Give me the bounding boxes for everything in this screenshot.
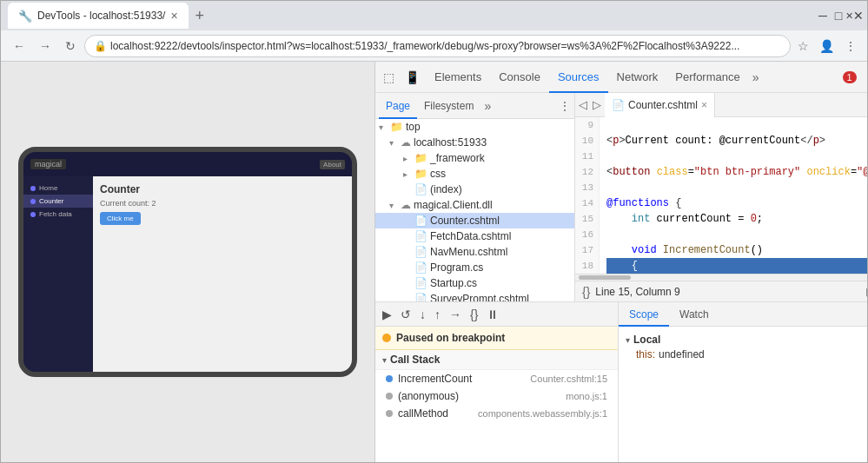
debug-pause-btn[interactable]: ⏸	[483, 306, 502, 323]
code-tab-icon-left[interactable]: ◁	[579, 98, 587, 111]
tab-performance[interactable]: Performance	[666, 62, 748, 93]
more-tabs-btn[interactable]: »	[749, 70, 763, 84]
reload-button[interactable]: ↻	[60, 36, 81, 56]
tab-close-btn[interactable]: ×	[170, 9, 177, 23]
new-tab-button[interactable]: +	[192, 7, 209, 25]
code-tab-icon-right[interactable]: ▷	[593, 98, 601, 111]
scope-group-arrow-icon: ▾	[626, 335, 630, 345]
line-num-11: 11	[580, 149, 593, 164]
tree-arrow-css: ▸	[403, 169, 412, 179]
tree-label-fetchdata: FetchData.cshtml	[430, 230, 511, 242]
bookmark-icon[interactable]: ☆	[794, 37, 812, 55]
nav-bar: ← → ↻ 🔒 localhost:9222/devtools/inspecto…	[1, 30, 867, 62]
tree-label-framework: _framework	[430, 152, 485, 164]
debug-resume-btn[interactable]: ▶	[379, 306, 395, 323]
callstack-item-2[interactable]: callMethod components.webassembly.js:1	[375, 405, 618, 422]
tree-item-top[interactable]: ▾ 📁 top	[375, 119, 574, 135]
tree-arrow-localhost: ▾	[389, 138, 398, 148]
tablet-about-btn[interactable]: About	[320, 160, 345, 169]
callstack-loc-2: components.webassembly.js:1	[478, 408, 607, 419]
callstack-item-0[interactable]: IncrementCount Counter.cshtml:15	[375, 370, 618, 387]
file-tab-filesystem[interactable]: Filesystem	[417, 93, 480, 119]
tree-item-localhost[interactable]: ▾ ☁ localhost:51933	[375, 135, 574, 150]
code-content: <p>Current count: @currentCount</p> <but…	[600, 117, 867, 274]
file-tab-more-btn[interactable]: »	[480, 99, 494, 113]
code-format-icon[interactable]: {}	[582, 285, 590, 299]
sidebar-home-label: Home	[39, 184, 57, 192]
tab-console[interactable]: Console	[490, 62, 549, 93]
code-status-bar: {} Line 15, Column 9 ⊡	[575, 281, 867, 301]
forward-button[interactable]: →	[34, 36, 56, 56]
tab-elements[interactable]: Elements	[426, 62, 490, 93]
tree-item-fetchdata-cshtml[interactable]: 📄 FetchData.cshtml	[375, 228, 574, 244]
scope-group-label: Local	[633, 334, 660, 346]
breakpoint-text: Paused on breakpoint	[396, 332, 505, 344]
tree-item-survey-cshtml[interactable]: 📄 SurveyPrompt.cshtml	[375, 291, 574, 301]
scope-item-val-this: undefined	[659, 348, 705, 360]
tablet-sidebar-counter[interactable]: Counter	[23, 195, 93, 208]
close-button[interactable]: ✕	[848, 10, 860, 22]
scope-content: ▾ Local this: undefined	[619, 327, 867, 462]
tree-item-navmenu-cshtml[interactable]: 📄 NavMenu.cshtml	[375, 244, 574, 260]
tree-label-program: Program.cs	[430, 261, 483, 274]
tree-item-index[interactable]: 📄 (index)	[375, 182, 574, 197]
breakpoint-message: Paused on breakpoint	[375, 327, 618, 350]
scope-tab-scope[interactable]: Scope	[619, 302, 669, 327]
file-icon-fetchdata: 📄	[414, 230, 427, 242]
scope-group-local-header[interactable]: ▾ Local	[619, 332, 867, 347]
click-me-button[interactable]: Click me	[100, 212, 141, 225]
code-tab-close-btn[interactable]: ×	[701, 99, 707, 111]
callstack-items: IncrementCount Counter.cshtml:15 (anonym…	[375, 370, 618, 462]
scope-panel: Scope Watch ▾ Local	[619, 302, 867, 462]
file-icon-index: 📄	[414, 183, 427, 195]
debug-pretty-btn[interactable]: {}	[467, 306, 481, 323]
tree-item-counter-cshtml[interactable]: 📄 Counter.cshtml	[375, 213, 574, 228]
tablet-sidebar-home[interactable]: Home	[23, 182, 93, 195]
tree-arrow-framework: ▸	[403, 154, 412, 163]
file-menu-btn[interactable]: ⋮	[559, 99, 571, 113]
tree-label-survey: SurveyPrompt.cshtml	[430, 293, 529, 301]
debug-stepinto-btn[interactable]: ↓	[416, 306, 429, 323]
code-scroll-thumb[interactable]	[579, 275, 631, 280]
tree-item-program-cs[interactable]: 📄 Program.cs	[375, 260, 574, 275]
debug-stepover-btn[interactable]: ↺	[397, 306, 414, 323]
debugger-panel: ▶ ↺ ↓ ↑ → {} ⏸ Paused on breakpoint	[375, 302, 619, 462]
minimize-button[interactable]: ─	[817, 10, 829, 22]
callstack-loc-1: mono.js:1	[566, 391, 607, 401]
scope-tab-watch[interactable]: Watch	[669, 302, 719, 327]
folder-icon-top: 📁	[390, 121, 403, 133]
browser-tab[interactable]: 🔧 DevTools - localhost:51933/ ×	[8, 3, 189, 29]
fetchdata-icon	[30, 212, 36, 217]
code-scroll-bar[interactable]	[575, 274, 867, 281]
tree-item-css[interactable]: ▸ 📁 css	[375, 166, 574, 182]
code-panel: ◁ ▷ 📄 Counter.cshtml × 9 10	[575, 93, 867, 301]
tab-title: DevTools - localhost:51933/	[37, 10, 165, 22]
file-icon-counter: 📄	[414, 215, 427, 227]
tree-label-startup: Startup.cs	[430, 277, 477, 289]
settings-icon[interactable]: ⋮	[858, 68, 867, 87]
tree-item-client-dll[interactable]: ▾ ☁ magical.Client.dll	[375, 197, 574, 213]
tree-item-startup-cs[interactable]: 📄 Startup.cs	[375, 275, 574, 291]
maximize-button[interactable]: □	[832, 10, 845, 22]
callstack-item-1[interactable]: (anonymous) mono.js:1	[375, 387, 618, 405]
inspect-element-btn[interactable]: ⬚	[379, 68, 399, 87]
debug-deactivate-btn[interactable]: →	[446, 306, 465, 323]
tab-sources[interactable]: Sources	[549, 62, 608, 93]
back-button[interactable]: ←	[8, 36, 30, 56]
debug-stepout-btn[interactable]: ↑	[431, 306, 444, 323]
file-tab-page[interactable]: Page	[379, 93, 417, 119]
counter-icon	[30, 199, 36, 204]
tab-network[interactable]: Network	[608, 62, 667, 93]
address-bar[interactable]: 🔒 localhost:9222/devtools/inspector.html…	[84, 35, 791, 57]
tree-label-client-dll: magical.Client.dll	[414, 199, 493, 211]
line-num-10: 10	[580, 133, 593, 149]
menu-icon[interactable]: ⋮	[841, 37, 860, 55]
code-tab-counter[interactable]: 📄 Counter.cshtml ×	[605, 93, 715, 117]
callstack-header[interactable]: ▾ Call Stack	[375, 350, 618, 370]
device-toolbar-btn[interactable]: 📱	[401, 68, 424, 87]
tree-item-framework[interactable]: ▸ 📁 _framework	[375, 150, 574, 166]
tablet-sidebar-fetchdata[interactable]: Fetch data	[23, 208, 93, 221]
code-status-more-btn[interactable]: ⊡	[865, 285, 867, 299]
profile-icon[interactable]: 👤	[816, 37, 838, 55]
code-editor: 9 10 11 12 13 14 15 16 17 18	[575, 117, 867, 274]
